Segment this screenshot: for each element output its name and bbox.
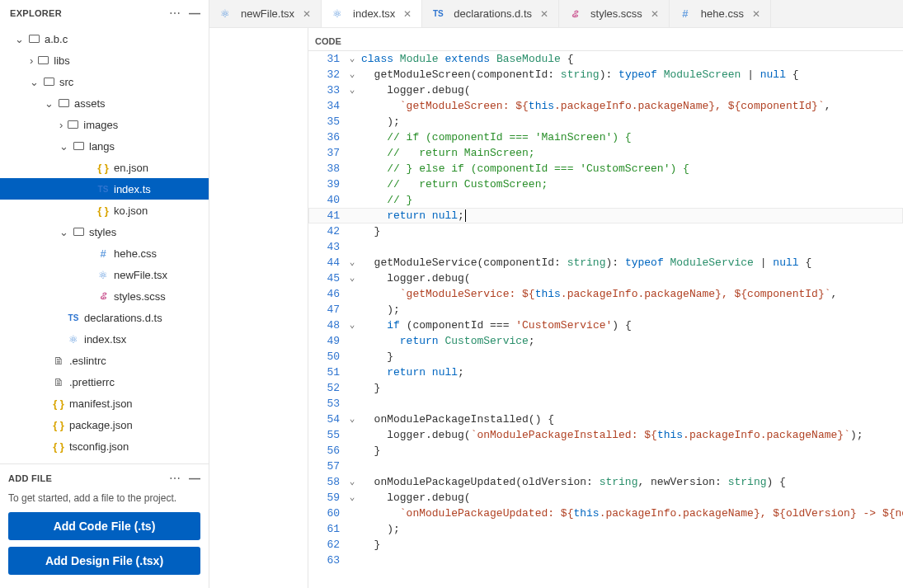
- fold-icon[interactable]: ⌄: [345, 412, 360, 427]
- code-line[interactable]: 33⌄ logger.debug(: [308, 82, 903, 98]
- code-line[interactable]: 56 }: [308, 443, 903, 459]
- code-line[interactable]: 38 // } else if (componentId === 'Custom…: [308, 161, 903, 176]
- code-line[interactable]: 47 );: [308, 302, 903, 318]
- chevron-closed-icon[interactable]: ›: [30, 54, 33, 67]
- tree-item[interactable]: { }ko.json: [0, 200, 209, 221]
- tree-item[interactable]: ›libs: [0, 49, 209, 71]
- minimize-icon[interactable]: —: [189, 7, 200, 19]
- tree-item[interactable]: ⌄styles: [0, 221, 209, 242]
- code-line[interactable]: 45⌄ logger.debug(: [308, 270, 903, 286]
- explorer-sidebar: EXPLORER ⋯ — ⌄a.b.c›libs⌄src⌄assets›imag…: [0, 0, 209, 588]
- fold-icon[interactable]: ⌄: [345, 67, 360, 82]
- code-line[interactable]: 53: [308, 396, 903, 412]
- file-tree[interactable]: ⌄a.b.c›libs⌄src⌄assets›images⌄langs{ }en…: [0, 26, 209, 463]
- code-line[interactable]: 40 // }: [308, 192, 903, 208]
- fold-icon[interactable]: ⌄: [345, 255, 360, 270]
- tree-item[interactable]: ⌄src: [0, 71, 209, 92]
- tree-item[interactable]: TSdeclarations.d.ts: [0, 307, 209, 328]
- fold-icon[interactable]: ⌄: [345, 82, 360, 98]
- tree-item[interactable]: ⌄a.b.c: [0, 28, 209, 49]
- code-line[interactable]: 59⌄ logger.debug(: [308, 490, 903, 506]
- code-line[interactable]: 55 logger.debug(`onModulePackageInstalle…: [308, 427, 903, 443]
- ellipsis-icon[interactable]: ⋯: [169, 473, 181, 484]
- code-line[interactable]: 50 }: [308, 349, 903, 365]
- line-number: 45: [308, 270, 345, 286]
- code-line[interactable]: 63: [308, 553, 903, 568]
- close-icon[interactable]: ✕: [540, 8, 548, 20]
- line-number: 63: [308, 553, 345, 568]
- chevron-open-icon[interactable]: ⌄: [30, 76, 39, 88]
- close-icon[interactable]: ✕: [303, 8, 311, 20]
- chevron-open-icon[interactable]: ⌄: [15, 33, 24, 45]
- tree-item[interactable]: TSindex.ts: [0, 178, 209, 200]
- tree-item-label: .prettierrc: [69, 376, 115, 388]
- chevron-closed-icon[interactable]: ›: [59, 119, 63, 131]
- tree-item[interactable]: ଌstyles.scss: [0, 285, 209, 307]
- code-line[interactable]: 41 return null;: [308, 208, 903, 223]
- tab[interactable]: #hehe.css✕: [670, 0, 771, 27]
- close-icon[interactable]: ✕: [403, 8, 412, 20]
- line-number: 61: [308, 521, 345, 537]
- code-line[interactable]: 32⌄ getModuleScreen(componentId: string)…: [308, 67, 903, 82]
- tab[interactable]: TSdeclarations.d.ts✕: [422, 0, 559, 27]
- tab-label: hehe.css: [701, 7, 744, 20]
- code-area[interactable]: 31⌄class Module extends BaseModule {32⌄ …: [308, 51, 903, 588]
- code-line[interactable]: 54⌄ onModulePackageInstalled() {: [308, 412, 903, 427]
- code-text: return CustomService;: [360, 333, 535, 349]
- fold-icon[interactable]: ⌄: [345, 474, 360, 490]
- line-number: 52: [308, 380, 345, 396]
- tree-item[interactable]: ⌄langs: [0, 135, 209, 157]
- close-icon[interactable]: ✕: [651, 8, 659, 20]
- code-line[interactable]: 46 `getModuleService: ${this.packageInfo…: [308, 286, 903, 302]
- tree-item[interactable]: { }manifest.json: [0, 393, 209, 414]
- code-line[interactable]: 44⌄ getModuleService(componentId: string…: [308, 255, 903, 270]
- code-line[interactable]: 52 }: [308, 380, 903, 396]
- code-line[interactable]: 61 );: [308, 521, 903, 537]
- chevron-open-icon[interactable]: ⌄: [59, 226, 68, 238]
- tab[interactable]: ⚛newFile.tsx✕: [209, 0, 322, 27]
- tree-item[interactable]: ⚛newFile.tsx: [0, 264, 209, 285]
- tree-item-label: en.json: [114, 162, 148, 174]
- close-icon[interactable]: ✕: [752, 8, 760, 20]
- code-line[interactable]: 62 }: [308, 537, 903, 553]
- fold-icon[interactable]: ⌄: [345, 270, 360, 286]
- tree-item[interactable]: 🗎.eslintrc: [0, 350, 209, 371]
- tree-item[interactable]: { }en.json: [0, 157, 209, 178]
- chevron-open-icon[interactable]: ⌄: [59, 140, 68, 153]
- add-file-title: ADD FILE: [8, 473, 52, 483]
- code-line[interactable]: 51 return null;: [308, 365, 903, 380]
- tree-item[interactable]: ›images: [0, 114, 209, 135]
- tab[interactable]: ⚛index.tsx✕: [322, 0, 422, 27]
- chevron-open-icon[interactable]: ⌄: [45, 97, 54, 110]
- add-design-file-button[interactable]: Add Design File (.tsx): [8, 547, 200, 575]
- fold-icon[interactable]: ⌄: [345, 318, 360, 333]
- add-code-file-button[interactable]: Add Code File (.ts): [8, 512, 200, 540]
- fold-icon[interactable]: ⌄: [345, 490, 360, 506]
- minimize-icon[interactable]: —: [189, 473, 200, 484]
- tree-item[interactable]: { }tsconfig.json: [0, 435, 209, 457]
- code-line[interactable]: 58⌄ onModulePackageUpdated(oldVersion: s…: [308, 474, 903, 490]
- code-line[interactable]: 57: [308, 459, 903, 474]
- code-line[interactable]: 60 `onModulePackageUpdated: ${this.packa…: [308, 506, 903, 521]
- code-line[interactable]: 49 return CustomService;: [308, 333, 903, 349]
- tree-item[interactable]: ⌄assets: [0, 92, 209, 114]
- react-icon: ⚛: [96, 269, 111, 281]
- ellipsis-icon[interactable]: ⋯: [169, 7, 181, 19]
- tab[interactable]: ଌstyles.scss✕: [559, 0, 670, 27]
- code-line[interactable]: 36 // if (componentId === 'MainScreen') …: [308, 129, 903, 145]
- tree-item[interactable]: ⚛index.tsx: [0, 328, 209, 350]
- fold-icon[interactable]: ⌄: [345, 51, 360, 67]
- code-text: `onModulePackageUpdated: ${this.packageI…: [360, 506, 903, 521]
- code-line[interactable]: 42 }: [308, 223, 903, 239]
- line-number: 53: [308, 396, 345, 412]
- code-line[interactable]: 34 `getModuleScreen: ${this.packageInfo.…: [308, 98, 903, 114]
- code-line[interactable]: 43: [308, 239, 903, 255]
- code-line[interactable]: 31⌄class Module extends BaseModule {: [308, 51, 903, 67]
- code-line[interactable]: 39 // return CustomScreen;: [308, 176, 903, 192]
- tree-item[interactable]: #hehe.css: [0, 242, 209, 264]
- tree-item[interactable]: 🗎.prettierrc: [0, 371, 209, 393]
- code-line[interactable]: 48⌄ if (componentId === 'CustomService')…: [308, 318, 903, 333]
- tree-item[interactable]: { }package.json: [0, 414, 209, 435]
- code-line[interactable]: 35 );: [308, 114, 903, 129]
- code-line[interactable]: 37 // return MainScreen;: [308, 145, 903, 161]
